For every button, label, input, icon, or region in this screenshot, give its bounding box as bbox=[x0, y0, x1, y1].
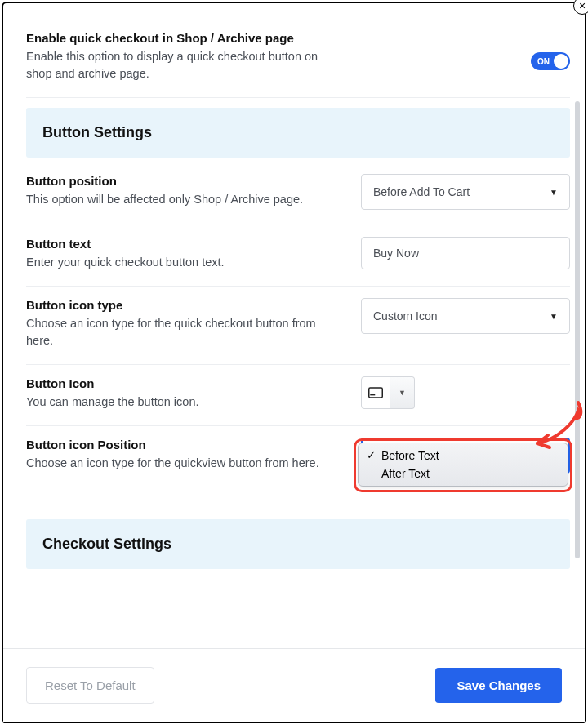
text-title: Button text bbox=[26, 237, 320, 251]
dropdown-option-before-text[interactable]: Before Text bbox=[359, 447, 568, 465]
button-settings-heading: Button Settings bbox=[42, 124, 554, 141]
footer-actions: Reset To Default Save Changes bbox=[3, 648, 585, 722]
icontype-title: Button icon type bbox=[26, 298, 320, 312]
icontype-value: Custom Icon bbox=[373, 309, 438, 322]
chevron-down-icon: ▼ bbox=[550, 188, 558, 197]
toggle-on-label: ON bbox=[537, 57, 550, 66]
settings-scroll: Enable quick checkout in Shop / Archive … bbox=[3, 3, 585, 648]
position-desc: This option will be affected only Shop /… bbox=[26, 191, 320, 208]
chevron-down-icon: ▼ bbox=[399, 389, 406, 397]
icon-preview[interactable] bbox=[361, 376, 390, 409]
row-button-icon-position: Button icon Position Choose an icon type… bbox=[26, 426, 570, 478]
dropdown-option-after-text[interactable]: After Text bbox=[359, 465, 568, 483]
row-enable-quick-checkout: Enable quick checkout in Shop / Archive … bbox=[26, 20, 570, 98]
row-button-icon-type: Button icon type Choose an icon type for… bbox=[26, 287, 570, 365]
row-button-text: Button text Enter your quick checkout bu… bbox=[26, 225, 570, 287]
row-button-position: Button position This option will be affe… bbox=[26, 162, 570, 225]
banner-button-settings: Button Settings bbox=[26, 108, 570, 158]
enable-title: Enable quick checkout in Shop / Archive … bbox=[26, 31, 320, 45]
text-desc: Enter your quick checkout button text. bbox=[26, 254, 320, 271]
save-changes-button[interactable]: Save Changes bbox=[435, 668, 562, 703]
enable-desc: Enable this option to display a quick ch… bbox=[26, 48, 320, 82]
reset-to-default-button[interactable]: Reset To Default bbox=[26, 667, 154, 704]
toggle-handle bbox=[554, 54, 568, 69]
position-title: Button position bbox=[26, 174, 320, 188]
checkout-settings-heading: Checkout Settings bbox=[42, 536, 554, 553]
icon-title: Button Icon bbox=[26, 376, 320, 390]
button-text-input[interactable] bbox=[361, 237, 570, 269]
banner-checkout-settings: Checkout Settings bbox=[26, 519, 570, 569]
row-button-icon: Button Icon You can manage the button ic… bbox=[26, 365, 570, 426]
dropdown-menu: Before Text After Text bbox=[358, 443, 568, 487]
svg-rect-1 bbox=[370, 394, 375, 396]
icon-desc: You can manage the button icon. bbox=[26, 394, 320, 411]
icon-picker: ▼ bbox=[361, 376, 570, 409]
icon-picker-dropdown[interactable]: ▼ bbox=[390, 376, 415, 409]
close-icon: × bbox=[579, 0, 586, 12]
svg-rect-0 bbox=[369, 388, 383, 398]
iconpos-title: Button icon Position bbox=[26, 438, 320, 451]
position-value: Before Add To Cart bbox=[373, 185, 470, 198]
button-icon-type-select[interactable]: Custom Icon ▼ bbox=[361, 298, 570, 334]
chevron-down-icon: ▼ bbox=[550, 312, 558, 321]
scrollbar[interactable] bbox=[575, 101, 580, 558]
iconpos-desc: Choose an icon type for the quickview bu… bbox=[26, 455, 320, 472]
icontype-desc: Choose an icon type for the quick checko… bbox=[26, 315, 320, 349]
enable-toggle[interactable]: ON bbox=[531, 52, 570, 70]
button-position-select[interactable]: Before Add To Cart ▼ bbox=[361, 174, 570, 210]
card-icon bbox=[368, 387, 383, 398]
